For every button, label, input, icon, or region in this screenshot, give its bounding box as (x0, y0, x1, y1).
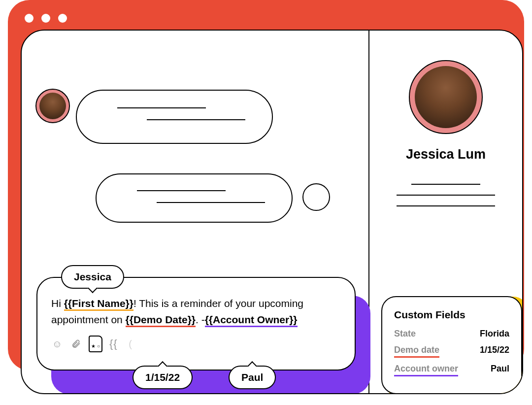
incoming-message-bubble (76, 90, 273, 144)
typing-indicator (302, 183, 330, 211)
token-preview-demo-date: 1/15/22 (133, 366, 193, 389)
merge-token-account-owner[interactable]: {{Account Owner}} (205, 314, 298, 327)
template-file-icon[interactable] (89, 336, 102, 352)
custom-field-row: Account owner Paul (394, 364, 509, 376)
window-dot[interactable] (41, 14, 50, 23)
window-dot[interactable] (58, 14, 67, 23)
conversation-pane: Jessica Hi {{First Name}}! This is a rem… (22, 31, 369, 393)
more-icon[interactable]: ( (125, 338, 136, 350)
custom-fields-card: Custom Fields State Florida Demo date 1/… (381, 296, 522, 394)
attachment-icon[interactable] (70, 338, 82, 350)
custom-field-value: Paul (491, 364, 509, 374)
token-preview-value: Paul (241, 371, 263, 383)
custom-field-label: Account owner (394, 364, 458, 376)
contact-avatar-large[interactable] (409, 60, 483, 134)
custom-field-row: Demo date 1/15/22 (394, 345, 509, 358)
incoming-message-bubble (96, 173, 293, 223)
custom-field-row: State Florida (394, 329, 509, 339)
compose-toolbar: ☺ {{ ( (51, 336, 341, 352)
custom-field-label: State (394, 329, 416, 339)
token-preview-account-owner: Paul (229, 366, 276, 389)
custom-fields-title: Custom Fields (394, 309, 509, 321)
token-preview-value: 1/15/22 (145, 371, 180, 383)
merge-field-icon[interactable]: {{ (109, 336, 118, 352)
merge-token-demo-date[interactable]: {{Demo Date}} (126, 314, 196, 327)
compose-box[interactable]: Hi {{First Name}}! This is a reminder of… (36, 277, 356, 371)
token-preview-value: Jessica (74, 271, 111, 282)
custom-field-value: Florida (480, 329, 509, 339)
contact-details-pane: Jessica Lum Custom Fields State Florida … (369, 31, 522, 393)
contact-meta-placeholder (397, 184, 495, 216)
custom-field-value: 1/15/22 (480, 345, 509, 355)
app-window: Jessica Hi {{First Name}}! This is a rem… (21, 30, 523, 394)
compose-text-fragment: Hi (51, 298, 64, 309)
compose-text-fragment: . - (196, 314, 205, 325)
emoji-icon[interactable]: ☺ (51, 338, 63, 350)
contact-name: Jessica Lum (406, 147, 486, 162)
custom-field-label: Demo date (394, 345, 439, 358)
window-dot[interactable] (25, 14, 33, 23)
compose-text[interactable]: Hi {{First Name}}! This is a reminder of… (51, 296, 341, 328)
token-preview-first-name: Jessica (61, 265, 124, 289)
merge-token-first-name[interactable]: {{First Name}} (64, 298, 133, 311)
contact-avatar-small[interactable] (35, 89, 70, 123)
